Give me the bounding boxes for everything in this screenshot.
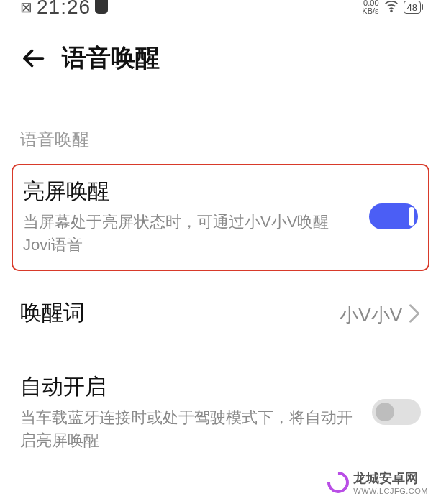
alarm-icon: ⊠ [20,0,32,16]
battery-indicator: 48 [404,1,421,14]
chevron-right-icon [408,303,421,326]
page-header: 语音唤醒 [0,14,441,86]
watermark-text: 龙城安卓网 [353,471,418,485]
auto-enable-row[interactable]: 自动开启 当车载蓝牙连接时或处于驾驶模式下，将自动开启亮屏唤醒 [0,361,441,465]
back-arrow-icon[interactable] [20,45,46,71]
status-bar: ⊠ 21:26 0.00 KB/s 48 [0,0,441,14]
card-icon [95,0,108,14]
battery-level: 48 [407,2,417,13]
auto-enable-title: 自动开启 [20,372,359,402]
watermark-logo-icon [323,467,353,498]
spacer [0,271,441,287]
wake-word-title: 唤醒词 [20,298,327,328]
auto-enable-toggle[interactable] [372,399,421,425]
auto-enable-desc: 当车载蓝牙连接时或处于驾驶模式下，将自动开启亮屏唤醒 [20,406,359,452]
data-rate-unit: KB/s [362,7,378,15]
row-right: 小V小V [340,303,421,328]
watermark-text-wrap: 龙城安卓网 WWW.LCJFG.COM [353,469,428,495]
watermark-sub: WWW.LCJFG.COM [353,487,428,495]
setting-text: 自动开启 当车载蓝牙连接时或处于驾驶模式下，将自动开启亮屏唤醒 [20,372,372,452]
wake-word-row[interactable]: 唤醒词 小V小V [0,287,441,345]
page-title: 语音唤醒 [62,42,160,75]
screen-on-wake-row[interactable]: 亮屏唤醒 当屏幕处于亮屏状态时，可通过小V小V唤醒Jovi语音 [13,165,428,270]
setting-text: 亮屏唤醒 当屏幕处于亮屏状态时，可通过小V小V唤醒Jovi语音 [23,177,369,257]
watermark: 龙城安卓网 WWW.LCJFG.COM [327,469,428,495]
status-left: ⊠ 21:26 [20,0,108,19]
spacer [0,345,441,361]
highlighted-setting: 亮屏唤醒 当屏幕处于亮屏状态时，可通过小V小V唤醒Jovi语音 [12,164,429,271]
data-rate: 0.00 KB/s [362,0,378,15]
svg-point-0 [391,10,392,12]
wifi-icon [383,0,399,19]
screen-on-wake-toggle[interactable] [369,203,418,229]
section-label: 语音唤醒 [0,86,441,164]
status-right: 0.00 KB/s 48 [362,0,421,19]
screen-on-wake-title: 亮屏唤醒 [23,177,356,206]
wake-word-value: 小V小V [340,303,402,328]
screen-on-wake-desc: 当屏幕处于亮屏状态时，可通过小V小V唤醒Jovi语音 [23,211,356,257]
time-text: 21:26 [37,0,91,19]
setting-text: 唤醒词 [20,298,340,332]
